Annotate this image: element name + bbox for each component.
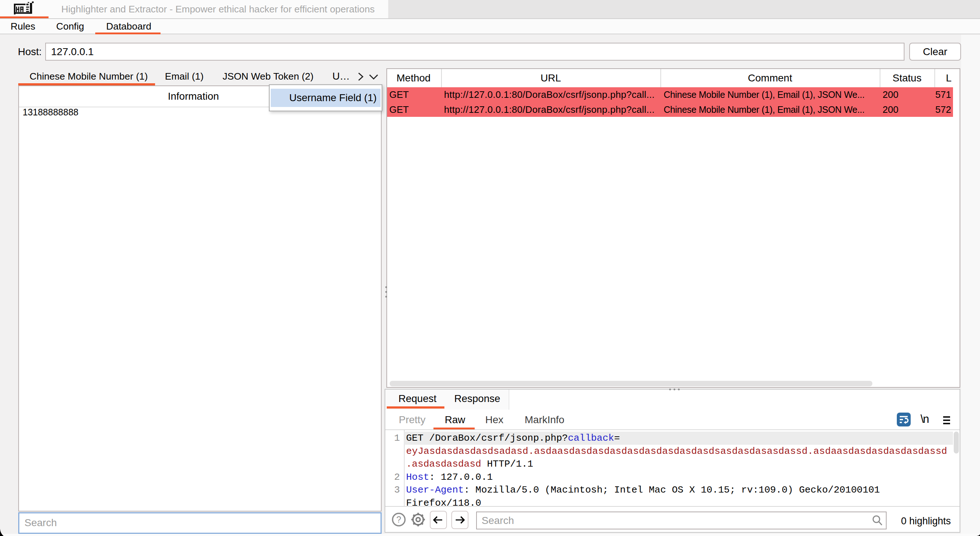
svg-text:?: ?	[396, 514, 401, 524]
